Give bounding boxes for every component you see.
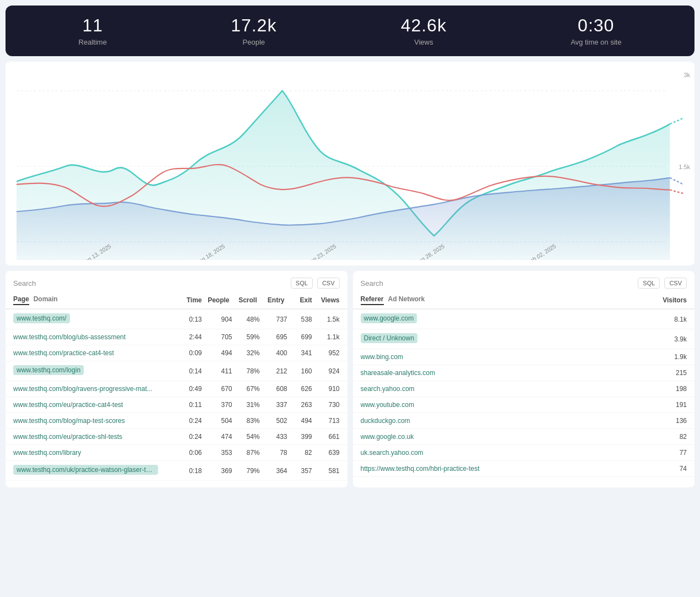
tables-section: Search SQL CSV Page Domain Time People S… (6, 271, 694, 487)
visitors-cell: 77 (651, 449, 687, 457)
views-cell: 639 (312, 449, 340, 457)
entry-cell: 78 (260, 449, 287, 457)
people-value: 17.2k (231, 15, 276, 36)
scroll-cell: 83% (232, 417, 260, 425)
referer-cell[interactable]: https://www.testhq.com/hbri-practice-tes… (361, 465, 480, 473)
time-cell: 0:06 (175, 449, 202, 457)
tab-referer[interactable]: Referer (361, 295, 384, 305)
table-row: www.testhq.com/login 0:14 411 78% 212 16… (6, 361, 348, 381)
referer-cell[interactable]: shareasale-analytics.com (361, 369, 435, 377)
entry-cell: 364 (260, 467, 287, 475)
time-cell: 0:11 (175, 401, 202, 409)
page-cell[interactable]: www.testhq.com/eu/practice-shl-tests (13, 433, 122, 441)
table-row: www.bing.com 1.9k (353, 349, 695, 365)
table-row: www.google.com 8.1k (353, 310, 695, 329)
y-label-1-5k: 1.5k (679, 164, 690, 170)
referer-cell[interactable]: www.google.com (361, 313, 417, 323)
col-header-time: Time (175, 296, 202, 304)
tab-page[interactable]: Page (13, 295, 29, 305)
time-cell: 0:24 (175, 433, 202, 441)
views-cell: 713 (312, 417, 340, 425)
realtime-value: 11 (79, 15, 107, 36)
left-table-body: www.testhq.com/ 0:13 904 48% 737 538 1.5… (6, 310, 348, 481)
scroll-cell: 32% (232, 349, 260, 357)
right-csv-button[interactable]: CSV (664, 278, 687, 289)
realtime-label: Realtime (79, 38, 107, 46)
page-cell[interactable]: www.testhq.com/blog/map-test-scores (13, 417, 125, 425)
right-table-body: www.google.com 8.1k Direct / Unknown 3.9… (353, 310, 695, 477)
page-cell[interactable]: www.testhq.com/blog/ravens-progressive-m… (13, 385, 153, 393)
people-cell: 353 (202, 449, 232, 457)
table-row: uk.search.yahoo.com 77 (353, 445, 695, 461)
views-stat: 42.6k Views (401, 15, 447, 46)
visitors-cell: 136 (651, 417, 687, 425)
page-cell[interactable]: www.testhq.com/library (13, 449, 81, 457)
left-sql-button[interactable]: SQL (291, 278, 313, 289)
time-cell: 0:49 (175, 385, 202, 393)
col-header-views: Views (312, 296, 340, 304)
referer-cell[interactable]: uk.search.yahoo.com (361, 449, 424, 457)
views-cell: 910 (312, 385, 340, 393)
page-cell[interactable]: www.testhq.com/eu/practice-cat4-test (13, 401, 123, 409)
referer-cell[interactable]: www.google.co.uk (361, 433, 414, 441)
exit-cell: 699 (287, 333, 312, 341)
table-row: www.testhq.com/eu/practice-shl-tests 0:2… (6, 429, 348, 445)
right-referer-adnetwork-tabs: Referer Ad Network (361, 295, 660, 305)
page-cell[interactable]: www.testhq.com/login (13, 365, 84, 375)
exit-cell: 538 (287, 316, 312, 323)
visitors-cell: 74 (651, 465, 687, 473)
avg-time-stat: 0:30 Avg time on site (571, 15, 621, 46)
entry-cell: 502 (260, 417, 287, 425)
people-label: People (231, 38, 276, 46)
referer-cell[interactable]: duckduckgo.com (361, 417, 410, 425)
people-cell: 411 (202, 367, 232, 375)
views-cell: 924 (312, 367, 340, 375)
right-sql-button[interactable]: SQL (638, 278, 660, 289)
time-cell: 0:13 (175, 316, 202, 323)
chart-svg: Jan 13, 2025 Jan 18, 2025 Jan 23, 2025 J… (17, 73, 683, 260)
exit-cell: 494 (287, 417, 312, 425)
page-cell[interactable]: www.testhq.com/practice-cat4-test (13, 349, 114, 357)
tab-domain[interactable]: Domain (34, 295, 58, 305)
left-search-label[interactable]: Search (13, 279, 286, 287)
realtime-stat: 11 Realtime (79, 15, 107, 46)
tab-ad-network[interactable]: Ad Network (388, 295, 425, 305)
table-row: search.yahoo.com 198 (353, 381, 695, 397)
table-row: shareasale-analytics.com 215 (353, 365, 695, 381)
time-cell: 0:14 (175, 367, 202, 375)
page-cell[interactable]: www.testhq.com/uk/practice-watson-glaser… (13, 465, 158, 475)
right-search-label[interactable]: Search (361, 279, 634, 287)
y-label-3k: 3k (683, 72, 690, 78)
entry-cell: 433 (260, 433, 287, 441)
people-cell: 474 (202, 433, 232, 441)
entry-cell: 608 (260, 385, 287, 393)
exit-cell: 626 (287, 385, 312, 393)
table-row: www.testhq.com/library 0:06 353 87% 78 8… (6, 445, 348, 461)
referer-cell[interactable]: www.bing.com (361, 353, 403, 361)
time-cell: 2:44 (175, 333, 202, 341)
scroll-cell: 54% (232, 433, 260, 441)
table-row: duckduckgo.com 136 (353, 413, 695, 429)
exit-cell: 82 (287, 449, 312, 457)
page-cell[interactable]: www.testhq.com/ (13, 313, 70, 323)
stats-bar: 11 Realtime 17.2k People 42.6k Views 0:3… (6, 6, 694, 56)
exit-cell: 263 (287, 401, 312, 409)
left-col-headers: Page Domain Time People Scroll Entry Exi… (6, 293, 348, 310)
left-page-domain-tabs: Page Domain (13, 295, 175, 305)
referer-cell[interactable]: www.youtube.com (361, 401, 414, 409)
visitors-cell: 3.9k (651, 335, 687, 343)
referer-cell[interactable]: Direct / Unknown (361, 333, 417, 343)
referer-cell[interactable]: search.yahoo.com (361, 385, 415, 393)
table-row: www.testhq.com/blog/ravens-progressive-m… (6, 381, 348, 397)
views-cell: 661 (312, 433, 340, 441)
time-cell: 0:18 (175, 467, 202, 475)
entry-cell: 737 (260, 316, 287, 323)
left-csv-button[interactable]: CSV (317, 278, 340, 289)
left-toolbar: Search SQL CSV (6, 278, 348, 293)
table-row: https://www.testhq.com/hbri-practice-tes… (353, 461, 695, 477)
people-cell: 670 (202, 385, 232, 393)
page-cell[interactable]: www.testhq.com/blog/ubs-assessment (13, 333, 126, 341)
scroll-cell: 67% (232, 385, 260, 393)
exit-cell: 357 (287, 467, 312, 475)
exit-cell: 399 (287, 433, 312, 441)
